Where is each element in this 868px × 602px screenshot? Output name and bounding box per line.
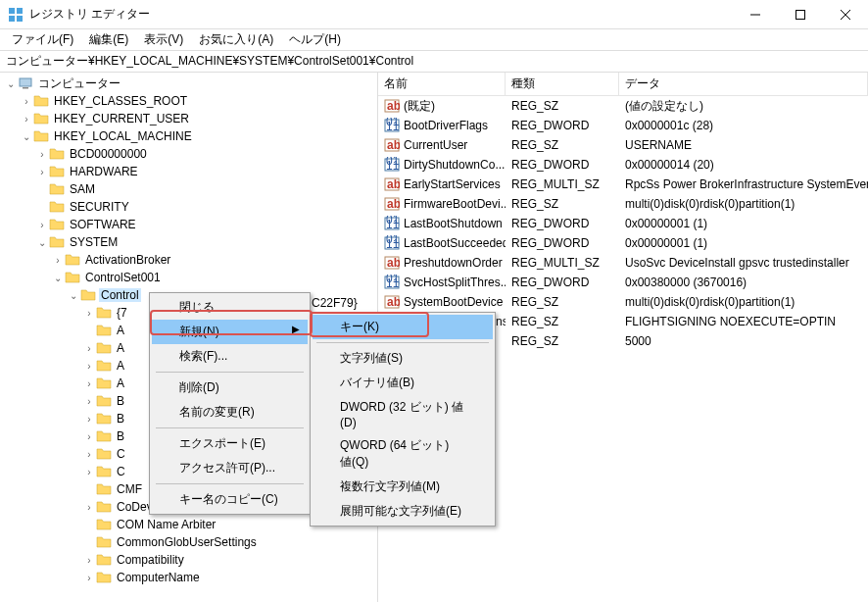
expand-icon[interactable]: › [35,220,49,230]
tree-item-label: ControlSet001 [83,271,163,284]
tree-item[interactable]: ⌄SYSTEM [0,233,377,251]
value-row[interactable]: 011110SvcHostSplitThres...REG_DWORD0x003… [378,273,868,292]
column-data[interactable]: データ [619,73,868,95]
tree-item[interactable]: ⌄コンピューター [0,75,377,92]
collapse-icon[interactable]: ⌄ [4,78,18,89]
value-row[interactable]: ab(既定)REG_SZ(値の設定なし) [378,96,868,116]
value-row[interactable]: abSystemBootDeviceREG_SZmulti(0)disk(0)r… [378,292,868,312]
tree-item[interactable]: ›Compatibility [0,551,377,569]
expand-icon[interactable]: › [82,396,96,407]
collapse-icon[interactable]: ⌄ [20,131,33,142]
folder-icon [96,464,112,479]
menu-edit[interactable]: 編集(E) [81,29,136,50]
expand-icon[interactable]: › [82,308,96,319]
tree-item[interactable]: ›SOFTWARE [0,216,377,233]
ctx-item-new-qword[interactable]: QWORD (64 ビット) 値(Q) [313,433,493,475]
collapse-icon[interactable]: ⌄ [51,273,65,283]
ctx-item-rename[interactable]: 名前の変更(R) [152,400,308,425]
collapse-icon[interactable]: ⌄ [35,237,49,248]
svg-rect-0 [9,8,15,14]
expand-icon[interactable]: › [35,167,49,177]
ctx-item-new-binary[interactable]: バイナリ値(B) [313,371,493,395]
ctx-item-permissions[interactable]: アクセス許可(P)... [152,456,308,480]
collapse-icon[interactable]: ⌄ [67,290,80,301]
expand-icon[interactable]: › [82,343,96,354]
string-value-icon: ab [384,196,400,212]
tree-item-label: COM Name Arbiter [115,518,217,531]
tree-item-label: コンピューター [36,75,122,92]
ctx-item-new-multi[interactable]: 複数行文字列値(M) [313,475,493,499]
menu-file[interactable]: ファイル(F) [4,29,81,50]
value-row[interactable]: 011110DirtyShutdownCo...REG_DWORD0x00000… [378,155,868,175]
folder-icon [96,446,112,462]
folder-icon [96,376,112,391]
ctx-item-find[interactable]: 検索(F)... [152,344,308,369]
expand-icon[interactable]: › [20,96,33,107]
expand-icon[interactable]: › [82,449,96,460]
ctx-item-new-string[interactable]: 文字列値(S) [313,346,493,371]
expand-icon[interactable]: › [82,361,96,372]
ctx-item-copy-key-name[interactable]: キー名のコピー(C) [152,487,308,512]
ctx-item-new-expand[interactable]: 展開可能な文字列値(E) [313,499,493,524]
tree-item[interactable]: ⌄ControlSet001 [0,269,377,286]
expand-icon[interactable]: › [82,414,96,425]
tree-item-label: A [115,341,126,355]
expand-icon[interactable]: › [20,114,33,125]
value-type: REG_SZ [506,99,619,113]
folder-icon [80,287,96,303]
address-bar[interactable]: コンピューター¥HKEY_LOCAL_MACHINE¥SYSTEM¥Contro… [0,51,868,73]
tree-item-label: A [115,359,126,373]
value-row[interactable]: abFirmwareBootDevi...REG_SZmulti(0)disk(… [378,194,868,214]
tree-item[interactable]: ›ComputerName [0,569,377,586]
value-type: REG_DWORD [506,217,619,230]
folder-icon [96,323,112,338]
ctx-item-export[interactable]: エクスポート(E) [152,431,308,456]
tree-item-label: HARDWARE [68,165,140,178]
ctx-item-close[interactable]: 閉じる [152,295,308,320]
menu-favorites[interactable]: お気に入り(A) [191,29,281,50]
close-button[interactable] [823,0,868,29]
expand-icon[interactable]: › [82,431,96,442]
expand-icon[interactable]: › [82,378,96,389]
tree-item-label: SOFTWARE [68,218,138,231]
tree-item[interactable]: SECURITY [0,198,377,216]
tree-item[interactable]: ›ActivationBroker [0,251,377,269]
value-row[interactable]: abPreshutdownOrderREG_MULTI_SZUsoSvc Dev… [378,253,868,273]
ctx-item-new[interactable]: 新規(N) ▶ [152,320,308,344]
expand-icon[interactable]: › [35,149,49,160]
maximize-button[interactable] [778,0,823,29]
ctx-item-new-key[interactable]: キー(K) [313,315,493,339]
tree-item-label: A [115,324,126,337]
tree-item[interactable]: ›HARDWARE [0,163,377,180]
tree-item[interactable]: SAM [0,180,377,198]
expand-icon[interactable]: › [82,467,96,477]
expand-icon[interactable]: › [82,502,96,513]
window-title: レジストリ エディター [29,6,733,23]
tree-item[interactable]: ›HKEY_CURRENT_USER [0,110,377,127]
expand-icon[interactable]: › [82,573,96,583]
minimize-button[interactable] [733,0,778,29]
ctx-item-new-dword[interactable]: DWORD (32 ビット) 値(D) [313,395,493,433]
value-row[interactable]: abCurrentUserREG_SZUSERNAME [378,135,868,155]
expand-icon[interactable]: › [51,255,65,266]
tree-item[interactable]: ⌄HKEY_LOCAL_MACHINE [0,127,377,145]
menu-view[interactable]: 表示(V) [136,29,191,50]
expand-icon[interactable]: › [82,555,96,566]
folder-icon [49,234,65,250]
column-type[interactable]: 種類 [506,73,619,95]
menu-help[interactable]: ヘルプ(H) [281,29,349,50]
tree-item[interactable]: ›BCD00000000 [0,145,377,163]
value-row[interactable]: abEarlyStartServicesREG_MULTI_SZRpcSs Po… [378,175,868,194]
ctx-item-delete[interactable]: 削除(D) [152,376,308,400]
value-type: REG_DWORD [506,119,619,132]
value-row[interactable]: 011110LastBootShutdownREG_DWORD0x0000000… [378,214,868,233]
binary-value-icon: 011110 [384,118,400,133]
column-headers: 名前 種類 データ [378,73,868,96]
column-name[interactable]: 名前 [378,73,506,95]
value-type: REG_MULTI_SZ [506,256,619,270]
value-row[interactable]: 011110BootDriverFlagsREG_DWORD0x0000001c… [378,116,868,135]
tree-item[interactable]: ›HKEY_CLASSES_ROOT [0,92,377,110]
tree-item[interactable]: CommonGlobUserSettings [0,533,377,551]
value-row[interactable]: 011110LastBootSucceededREG_DWORD0x000000… [378,233,868,253]
svg-text:ab: ab [387,295,400,309]
